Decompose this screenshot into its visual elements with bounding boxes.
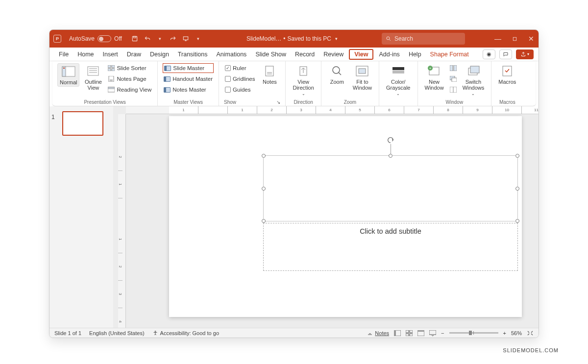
zoom-out-button[interactable]: −	[441, 330, 444, 336]
new-window-button[interactable]: + New Window	[423, 63, 446, 92]
fit-to-window-button[interactable]: Fit to Window	[351, 63, 374, 92]
color-grayscale-button[interactable]: Color/ Grayscale⌄	[384, 63, 413, 97]
selection-handle[interactable]	[262, 187, 266, 191]
tab-insert[interactable]: Insert	[98, 48, 122, 61]
slide-thumbnail-1[interactable]	[62, 111, 103, 136]
switch-windows-button[interactable]: Switch Windows⌄	[461, 63, 487, 97]
selection-handle[interactable]	[515, 154, 519, 158]
view-direction-icon	[298, 66, 309, 76]
tab-animations[interactable]: Animations	[212, 48, 251, 61]
tab-draw[interactable]: Draw	[122, 48, 146, 61]
selection-handle[interactable]	[515, 219, 519, 223]
search-input[interactable]: Search	[382, 33, 465, 45]
svg-rect-40	[470, 66, 479, 73]
toggle-pill-icon	[98, 35, 111, 42]
comments-button[interactable]	[499, 49, 512, 59]
notes-page-button[interactable]: Notes Page	[107, 74, 152, 84]
ruler-checkbox[interactable]: ✓Ruler	[224, 63, 256, 73]
cascade-button[interactable]	[449, 74, 458, 84]
zoom-icon	[331, 65, 343, 77]
view-direction-button[interactable]: View Direction⌄	[291, 63, 316, 97]
notes-button[interactable]: Notes	[259, 63, 280, 86]
share-button[interactable]: ▾	[516, 49, 534, 59]
svg-rect-50	[417, 330, 424, 332]
selection-handle[interactable]	[262, 154, 266, 158]
fit-slide-button[interactable]	[527, 330, 534, 336]
autosave-toggle[interactable]: AutoSave Off	[65, 35, 126, 42]
svg-text:+: +	[429, 66, 432, 71]
dialog-launcher-icon[interactable]: ↘	[276, 99, 280, 105]
slideshow-mini-button[interactable]	[429, 330, 436, 336]
sorter-view-mini-button[interactable]	[406, 330, 413, 336]
subtitle-placeholder-text: Click to add subtitle	[360, 227, 421, 235]
close-button[interactable]: ✕	[528, 35, 535, 42]
zoom-in-button[interactable]: +	[503, 330, 506, 336]
selection-handle[interactable]	[262, 219, 266, 223]
notes-toggle[interactable]: Notes	[367, 330, 389, 336]
reading-view-button[interactable]: Reading View	[107, 85, 152, 95]
maximize-button[interactable]	[511, 35, 518, 42]
language-status[interactable]: English (United States)	[89, 330, 145, 336]
selection-handle[interactable]	[389, 154, 392, 158]
undo-dropdown-icon[interactable]: ▾	[156, 35, 164, 43]
minimize-button[interactable]: —	[494, 35, 501, 42]
checkbox-icon	[225, 76, 231, 82]
new-window-icon: +	[428, 66, 441, 76]
tab-slideshow[interactable]: Slide Show	[251, 48, 291, 61]
tab-review[interactable]: Review	[319, 48, 348, 61]
status-bar: Slide 1 of 1 English (United States) Acc…	[49, 328, 539, 338]
slide-canvas[interactable]: Click to add subtitle	[169, 116, 522, 317]
save-icon[interactable]	[131, 35, 139, 43]
macros-button[interactable]: Macros	[496, 63, 518, 86]
title-placeholder[interactable]	[263, 155, 518, 221]
tab-view[interactable]: View	[349, 49, 373, 60]
move-split-button[interactable]	[449, 85, 458, 95]
normal-view-mini-button[interactable]	[394, 330, 401, 336]
selection-handle[interactable]	[515, 187, 519, 191]
slide-thumbnail-panel[interactable]: 1	[49, 106, 113, 328]
svg-rect-51	[429, 330, 436, 335]
switch-windows-icon	[467, 66, 480, 76]
move-split-icon	[450, 87, 457, 93]
rotation-handle-icon[interactable]	[387, 136, 394, 144]
zoom-percent[interactable]: 56%	[511, 330, 522, 336]
notes-master-button[interactable]: Notes Master	[163, 85, 214, 95]
slide-master-button[interactable]: Slide Master	[163, 63, 214, 73]
guides-checkbox[interactable]: Guides	[224, 85, 256, 95]
slide-position[interactable]: Slide 1 of 1	[54, 330, 81, 336]
slide-canvas-area[interactable]: 11234567891011 211234 Click	[113, 106, 539, 328]
tab-record[interactable]: Record	[291, 48, 319, 61]
svg-rect-34	[454, 65, 457, 71]
notes-icon	[265, 66, 274, 76]
tab-transitions[interactable]: Transitions	[173, 48, 212, 61]
tab-addins[interactable]: Add-ins	[374, 48, 404, 61]
tab-design[interactable]: Design	[146, 48, 173, 61]
record-indicator-button[interactable]: ◉	[483, 49, 495, 59]
subtitle-placeholder[interactable]: Click to add subtitle	[263, 223, 518, 271]
tab-shape-format[interactable]: Shape Format	[426, 48, 473, 61]
accessibility-status[interactable]: Accessibility: Good to go	[152, 330, 219, 336]
zoom-slider[interactable]	[449, 332, 498, 334]
svg-point-3	[387, 37, 390, 40]
undo-icon[interactable]	[144, 35, 151, 43]
slide-sorter-button[interactable]: Slide Sorter	[107, 63, 152, 73]
arrange-all-button[interactable]	[449, 63, 458, 73]
handout-master-button[interactable]: Handout Master	[163, 74, 214, 84]
title-dropdown-icon[interactable]: ▾	[335, 36, 338, 41]
tab-file[interactable]: File	[54, 48, 73, 61]
qat-overflow-icon[interactable]: ▾	[195, 35, 202, 43]
outline-view-button[interactable]: Outline View	[82, 63, 104, 92]
tab-help[interactable]: Help	[404, 48, 426, 61]
reading-view-mini-button[interactable]	[417, 330, 424, 336]
svg-rect-44	[394, 330, 396, 336]
redo-icon[interactable]	[169, 35, 177, 43]
present-icon[interactable]	[182, 35, 190, 43]
tab-home[interactable]: Home	[73, 48, 98, 61]
gridlines-checkbox[interactable]: Gridlines	[224, 74, 256, 84]
document-title: SlideModel…	[246, 35, 281, 42]
svg-rect-20	[108, 87, 115, 89]
reading-view-icon	[108, 87, 115, 93]
normal-view-button[interactable]: Normal	[57, 63, 79, 87]
zoom-button[interactable]: Zoom	[326, 63, 348, 86]
vertical-ruler: 211234	[118, 114, 126, 328]
